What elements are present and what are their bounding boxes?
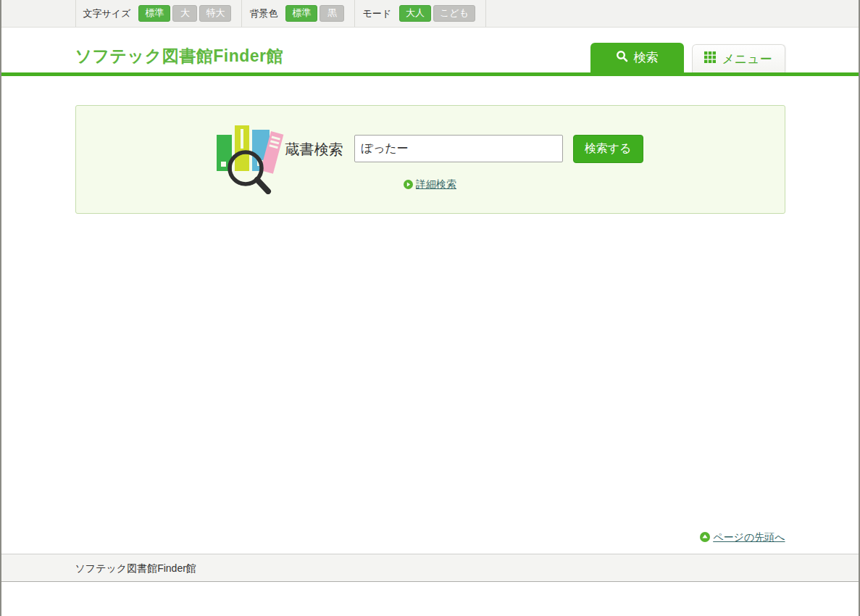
font-size-standard-button[interactable]: 標準 — [138, 5, 170, 22]
tab-search[interactable]: 検索 — [590, 43, 684, 72]
catalog-search-panel: 蔵書検索 検索する 詳細検索 — [75, 105, 785, 214]
font-size-label: 文字サイズ — [83, 7, 131, 20]
advanced-search-link[interactable]: 詳細検索 — [416, 178, 456, 190]
search-input[interactable] — [354, 135, 563, 162]
font-size-large-button[interactable]: 大 — [172, 5, 197, 22]
mode-adult-button[interactable]: 大人 — [399, 5, 431, 22]
background-color-group: 背景色 標準 黒 — [241, 0, 354, 27]
tab-menu-label: メニュー — [722, 51, 772, 67]
search-submit-button[interactable]: 検索する — [573, 135, 643, 163]
font-size-group: 文字サイズ 標準 大 特大 — [75, 0, 242, 27]
main-content: 蔵書検索 検索する 詳細検索 ページの先頭へ — [75, 105, 785, 543]
search-icon — [616, 50, 628, 66]
catalog-search-label: 蔵書検索 — [285, 140, 343, 159]
grid-icon — [704, 51, 716, 67]
header-divider — [0, 72, 860, 76]
bg-black-button[interactable]: 黒 — [320, 5, 344, 22]
back-to-top-link[interactable]: ページの先頭へ — [713, 531, 785, 543]
footer-site-name: ソフテック図書館Finder館 — [75, 554, 785, 582]
bg-standard-button[interactable]: 標準 — [285, 5, 317, 22]
mode-kids-button[interactable]: こども — [433, 5, 475, 22]
tab-search-label: 検索 — [634, 49, 659, 66]
site-title: ソフテック図書館Finder館 — [75, 45, 283, 67]
mode-label: モード — [362, 7, 391, 20]
tab-menu[interactable]: メニュー — [692, 44, 785, 72]
page-header: ソフテック図書館Finder館 検索 — [0, 28, 860, 72]
window-left-edge — [0, 0, 1, 616]
background-color-label: 背景色 — [249, 7, 277, 20]
font-size-xlarge-button[interactable]: 特大 — [199, 5, 231, 22]
mode-group: モード 大人 こども — [354, 0, 486, 27]
accessibility-toolbar: 文字サイズ 標準 大 特大 背景色 標準 黒 モード 大人 こども — [0, 0, 860, 28]
footer: ソフテック図書館Finder館 — [0, 554, 860, 582]
back-to-top-row: ページの先頭へ — [75, 530, 785, 543]
circle-arrow-up-icon — [700, 532, 710, 545]
circle-arrow-right-icon — [404, 179, 413, 192]
